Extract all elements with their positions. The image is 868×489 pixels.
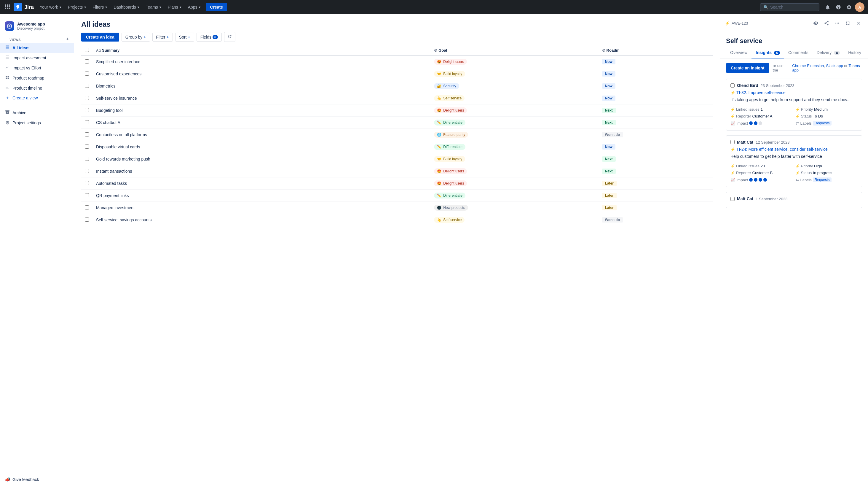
refresh-button[interactable] xyxy=(224,32,236,42)
row-checkbox-5[interactable] xyxy=(85,120,89,124)
filter-button[interactable]: Filter + xyxy=(152,33,173,41)
row-checkbox-13[interactable] xyxy=(85,218,89,222)
th-checkbox xyxy=(81,46,92,56)
row-checkbox-10[interactable] xyxy=(85,181,89,185)
row-checkbox-7[interactable] xyxy=(85,144,89,149)
insight-checkbox-1[interactable] xyxy=(731,83,735,88)
row-checkbox-cell xyxy=(81,92,92,105)
sidebar-item-create-view[interactable]: + Create a view xyxy=(0,93,74,103)
sidebar-project: Awesome app Discovery project xyxy=(0,19,74,36)
row-checkbox-1[interactable] xyxy=(85,71,89,76)
insight-checkbox-3[interactable] xyxy=(731,197,735,201)
row-goal-5: ✏️ Differentiate xyxy=(430,117,598,129)
tab-history[interactable]: History xyxy=(844,47,865,58)
more-actions-button[interactable] xyxy=(832,19,842,28)
nav-dashboards[interactable]: Dashboards ▼ xyxy=(111,4,142,11)
sidebar-item-project-settings[interactable]: ⚙ Project settings xyxy=(0,118,74,127)
row-road-0: Now xyxy=(598,56,713,68)
insight-bolt-icon-1: ⚡ xyxy=(731,90,735,95)
app-grid-icon[interactable] xyxy=(4,3,11,11)
group-by-button[interactable]: Group by + xyxy=(122,33,150,41)
search-input[interactable] xyxy=(770,5,812,9)
group-by-plus-icon: + xyxy=(144,35,146,39)
tab-comments[interactable]: Comments xyxy=(784,47,812,58)
row-road-10: Later xyxy=(598,177,713,190)
create-button[interactable]: Create xyxy=(206,3,227,11)
help-icon[interactable] xyxy=(834,2,843,12)
tab-delivery[interactable]: Delivery 8 xyxy=(812,47,844,58)
goal-icon: ⊙ xyxy=(434,48,437,53)
row-checkbox-11[interactable] xyxy=(85,193,89,197)
tab-insights[interactable]: Insights 5 xyxy=(751,47,784,58)
row-summary-13: Self service: savings accounts xyxy=(92,214,430,226)
row-checkbox-4[interactable] xyxy=(85,108,89,112)
impact-effort-icon xyxy=(5,65,10,71)
nav-apps[interactable]: Apps ▼ xyxy=(186,4,204,11)
close-button[interactable] xyxy=(854,19,863,28)
impact-field-2: 📈 Impact xyxy=(731,177,793,183)
create-idea-button[interactable]: Create an idea xyxy=(81,33,119,41)
row-checkbox-8[interactable] xyxy=(85,157,89,161)
row-road-6: Won't do xyxy=(598,129,713,141)
sidebar-item-impact-effort[interactable]: Impact vs Effort xyxy=(0,63,74,73)
sidebar-item-impact-assessment[interactable]: Impact assesment xyxy=(0,53,74,63)
sidebar-item-all-ideas[interactable]: All ideas xyxy=(0,43,74,53)
nav-teams[interactable]: Teams ▼ xyxy=(144,4,164,11)
slack-app-link[interactable]: Slack app xyxy=(826,63,843,68)
project-icon xyxy=(5,21,14,31)
insight-date-2: 12 September 2023 xyxy=(756,140,789,144)
product-roadmap-label: Product roadmap xyxy=(12,76,44,80)
detail-actions xyxy=(811,19,863,28)
nav-your-work[interactable]: Your work ▼ xyxy=(37,4,64,11)
fields-button[interactable]: Fields 6 xyxy=(196,33,222,41)
nav-projects[interactable]: Projects ▼ xyxy=(65,4,89,11)
share-button[interactable] xyxy=(822,19,831,28)
settings-icon[interactable] xyxy=(844,2,854,12)
watch-button[interactable] xyxy=(811,19,820,28)
search-box[interactable]: 🔍 xyxy=(760,3,819,11)
project-name: Awesome app xyxy=(17,22,45,26)
notifications-icon[interactable] xyxy=(823,2,832,12)
nav-filters[interactable]: Filters ▼ xyxy=(90,4,110,11)
select-all-checkbox[interactable] xyxy=(85,48,89,52)
row-checkbox-2[interactable] xyxy=(85,84,89,88)
row-summary-2: Biometrics xyxy=(92,80,430,92)
row-checkbox-9[interactable] xyxy=(85,169,89,173)
insight-checkbox-2[interactable] xyxy=(731,140,735,144)
fields-badge: 6 xyxy=(213,35,218,39)
row-checkbox-3[interactable] xyxy=(85,96,89,100)
row-goal-4: 😍 Delight users xyxy=(430,105,598,117)
sidebar-item-product-timeline[interactable]: Product timeline xyxy=(0,83,74,93)
sidebar-item-give-feedback[interactable]: 📣 Give feedback xyxy=(0,474,74,484)
row-checkbox-0[interactable] xyxy=(85,59,89,63)
status-field-1: ⚡ Status To Do xyxy=(795,113,858,119)
status-bolt-1: ⚡ xyxy=(795,114,800,118)
row-checkbox-12[interactable] xyxy=(85,205,89,209)
sidebar-item-product-roadmap[interactable]: Product roadmap xyxy=(0,73,74,83)
expand-button[interactable] xyxy=(843,19,852,28)
table-row: Biometrics 🔐 Security Now xyxy=(81,80,713,92)
impact-effort-label: Impact vs Effort xyxy=(12,65,41,70)
insight-link-1[interactable]: ⚡ TI-32: Improve self-service xyxy=(731,90,858,95)
priority-field-1: ⚡ Priority Medium xyxy=(795,107,858,112)
svg-rect-24 xyxy=(6,87,8,87)
chrome-extension-link[interactable]: Chrome Extension xyxy=(792,63,824,68)
add-view-icon[interactable]: + xyxy=(66,36,69,42)
sort-button[interactable]: Sort + xyxy=(175,33,194,41)
insight-link-2[interactable]: ⚡ TI-24: More efficient service, conside… xyxy=(731,147,858,152)
sidebar-item-archive[interactable]: Archive xyxy=(0,108,74,118)
nav-plans[interactable]: Plans ▼ xyxy=(165,4,184,11)
jira-logo[interactable]: Jira xyxy=(13,3,34,11)
row-checkbox-6[interactable] xyxy=(85,132,89,137)
create-insight-button[interactable]: Create an insight xyxy=(726,63,769,73)
row-checkbox-cell xyxy=(81,153,92,165)
create-view-label: Create a view xyxy=(12,95,38,100)
project-type: Discovery project xyxy=(17,26,45,31)
tab-overview[interactable]: Overview xyxy=(726,47,751,58)
insight-meta-3: Matt Cat 1 September 2023 xyxy=(731,196,858,201)
label-value-2: Requests xyxy=(813,177,832,182)
labels-field-2: 🏷 Labels Requests xyxy=(795,177,858,183)
svg-rect-14 xyxy=(6,49,9,49)
svg-rect-0 xyxy=(5,4,6,6)
avatar[interactable]: A xyxy=(855,2,864,12)
